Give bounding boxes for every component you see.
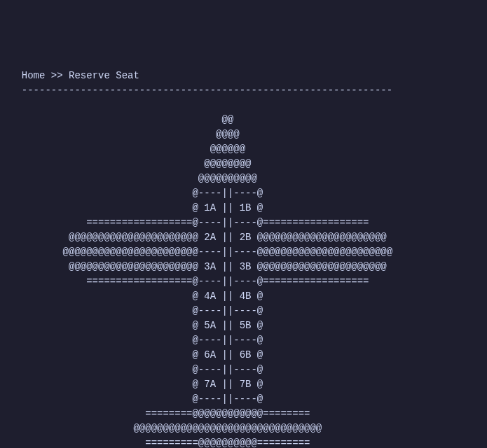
terminal-screen: Home >> Reserve Seat -------------------… [10,69,477,448]
breadcrumb-current: Reserve Seat [69,70,139,81]
divider-line: ----------------------------------------… [10,85,392,96]
breadcrumb: Home >> Reserve Seat [10,70,139,81]
plane-ascii-art: @@ @@@@ @@@@@@ @@@@@@@@ @@@@@@@@@@ [10,113,477,448]
breadcrumb-sep: >> [51,70,63,81]
breadcrumb-home: Home [22,70,46,81]
